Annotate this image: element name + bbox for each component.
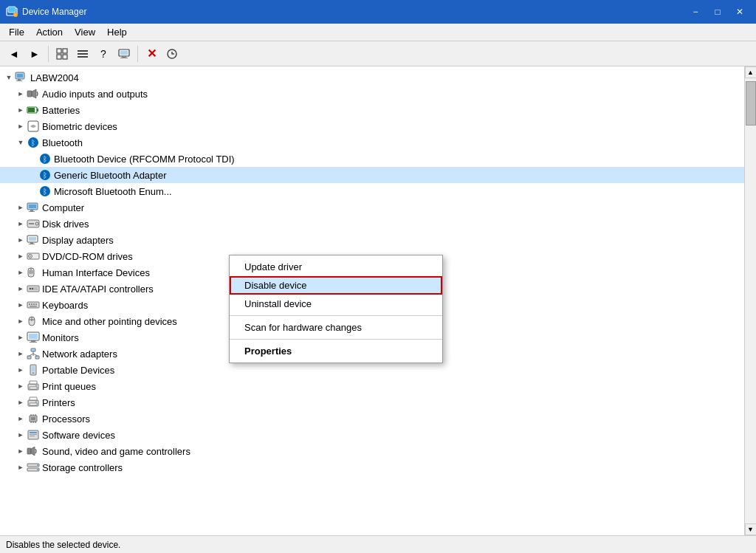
svg-rect-21 (27, 91, 32, 97)
scroll-down[interactable]: ▼ (745, 523, 757, 535)
ctx-uninstall-device[interactable]: Uninstall device (230, 295, 442, 313)
batteries-toggle[interactable]: ► (15, 104, 27, 116)
printq-toggle[interactable]: ► (15, 380, 27, 392)
disk-icon (27, 218, 40, 230)
mice-toggle[interactable]: ► (15, 315, 27, 327)
tree-root[interactable]: ▼ LABW2004 (0, 69, 744, 86)
svg-rect-53 (30, 288, 31, 289)
network-toggle[interactable]: ► (15, 348, 27, 360)
toolbar-remove[interactable]: ✕ (142, 44, 161, 63)
monitors-toggle[interactable]: ► (15, 332, 27, 343)
tree-item-display[interactable]: ► Display adapters (0, 232, 744, 248)
svg-rect-43 (30, 242, 33, 244)
computer-toggle[interactable]: ► (15, 202, 27, 213)
bluetooth-toggle[interactable]: ▼ (15, 137, 27, 148)
menu-view[interactable]: View (69, 25, 101, 39)
processor-icon (27, 413, 40, 425)
scroll-thumb-area[interactable] (745, 78, 756, 523)
svg-rect-7 (57, 55, 61, 59)
display-toggle[interactable]: ► (15, 234, 27, 246)
svg-text:ᛒ: ᛒ (31, 139, 35, 147)
svg-rect-75 (32, 366, 35, 371)
biometric-toggle[interactable]: ► (15, 120, 27, 132)
svg-point-84 (35, 402, 37, 403)
svg-rect-20 (16, 80, 22, 81)
toolbar-show-hide[interactable] (52, 44, 72, 63)
tree-item-batteries[interactable]: ► Batteries (0, 102, 744, 118)
minimize-button[interactable]: − (685, 4, 706, 20)
svg-rect-68 (31, 348, 35, 351)
bt-generic-label: Generic Bluetooth Adapter (54, 170, 167, 181)
software-toggle[interactable]: ► (15, 429, 27, 441)
tree-item-disk[interactable]: ► Disk drives (0, 216, 744, 232)
toolbar-computer[interactable] (114, 44, 134, 63)
menu-action[interactable]: Action (30, 25, 69, 39)
tree-item-bt-enum[interactable]: ᛒ Microsoft Bluetooth Enum... (0, 183, 744, 199)
svg-rect-95 (30, 434, 37, 435)
sound-toggle[interactable]: ► (15, 445, 27, 457)
toolbar-forward[interactable]: ► (25, 44, 44, 63)
tree-item-audio[interactable]: ► Audio inputs and outputs (0, 86, 744, 102)
battery-icon (27, 104, 40, 116)
toolbar-list[interactable] (73, 44, 92, 63)
svg-rect-9 (78, 50, 88, 52)
toolbar-back[interactable]: ◄ (4, 44, 24, 63)
tree-item-bluetooth[interactable]: ▼ ᛒ Bluetooth (0, 134, 744, 151)
ctx-disable-device[interactable]: Disable device (230, 276, 442, 295)
menu-help[interactable]: Help (101, 25, 133, 39)
printq-label: Print queues (42, 381, 96, 392)
ctx-sep2 (230, 339, 442, 340)
bt-generic-icon: ᛒ (38, 169, 52, 181)
ctx-scan-hardware[interactable]: Scan for hardware changes (230, 318, 442, 337)
tree-item-bt-rfcomm[interactable]: ᛒ Bluetooth Device (RFCOMM Protocol TDI) (0, 151, 744, 167)
processors-toggle[interactable]: ► (15, 413, 27, 425)
maximize-button[interactable]: □ (707, 4, 728, 20)
keyboard-icon (27, 299, 40, 311)
tree-item-computer[interactable]: ► Computer (0, 199, 744, 216)
root-toggle[interactable]: ▼ (3, 72, 15, 83)
toolbar-scan[interactable] (162, 44, 182, 63)
svg-rect-8 (63, 55, 67, 59)
ctx-update-driver[interactable]: Update driver (230, 258, 442, 276)
storage-toggle[interactable]: ► (15, 461, 27, 473)
tree-item-storage[interactable]: ► Storage controllers (0, 459, 744, 475)
svg-rect-37 (29, 211, 35, 212)
tree-item-portable[interactable]: ► Portable Devices (0, 362, 744, 378)
close-button[interactable]: ✕ (729, 4, 750, 20)
ctx-properties[interactable]: Properties (230, 342, 442, 360)
show-hide-icon (56, 48, 68, 60)
svg-rect-13 (120, 51, 128, 55)
ide-label: IDE ATA/ATAPI controllers (42, 284, 154, 295)
menu-file[interactable]: File (3, 25, 30, 39)
scroll-up[interactable]: ▲ (745, 66, 757, 78)
hid-toggle[interactable]: ► (15, 267, 27, 278)
svg-rect-70 (35, 356, 39, 359)
monitor-icon (27, 332, 40, 343)
scrollbar[interactable]: ▲ ▼ (744, 66, 756, 535)
svg-point-80 (35, 385, 37, 387)
tree-item-processors[interactable]: ► Processors (0, 411, 744, 427)
toolbar-help[interactable]: ? (94, 44, 113, 63)
tree-item-bt-generic[interactable]: ᛒ Generic Bluetooth Adapter (0, 167, 744, 183)
computer-icon (118, 48, 130, 60)
tree-item-software[interactable]: ► Software devices (0, 427, 744, 443)
printers-toggle[interactable]: ► (15, 396, 27, 408)
scroll-thumb[interactable] (746, 81, 756, 126)
tree-item-sound[interactable]: ► Sound, video and game controllers (0, 443, 744, 459)
tree-item-printers[interactable]: ► Printers (0, 394, 744, 411)
svg-rect-5 (57, 49, 61, 53)
ide-toggle[interactable]: ► (15, 283, 27, 295)
svg-rect-1 (8, 7, 16, 13)
svg-rect-69 (27, 356, 31, 359)
audio-toggle[interactable]: ► (15, 88, 27, 100)
disk-toggle[interactable]: ► (15, 218, 27, 230)
dvd-toggle[interactable]: ► (15, 250, 27, 262)
svg-rect-49 (29, 270, 33, 274)
title-bar-left: ! Device Manager (6, 6, 86, 18)
tree-item-biometric[interactable]: ► Biometric devices (0, 118, 744, 134)
portable-toggle[interactable]: ► (15, 364, 27, 376)
keyboards-toggle[interactable]: ► (15, 299, 27, 311)
tree-item-printq[interactable]: ► Print queues (0, 378, 744, 394)
hid-icon (27, 267, 40, 278)
ctx-sep1 (230, 315, 442, 316)
